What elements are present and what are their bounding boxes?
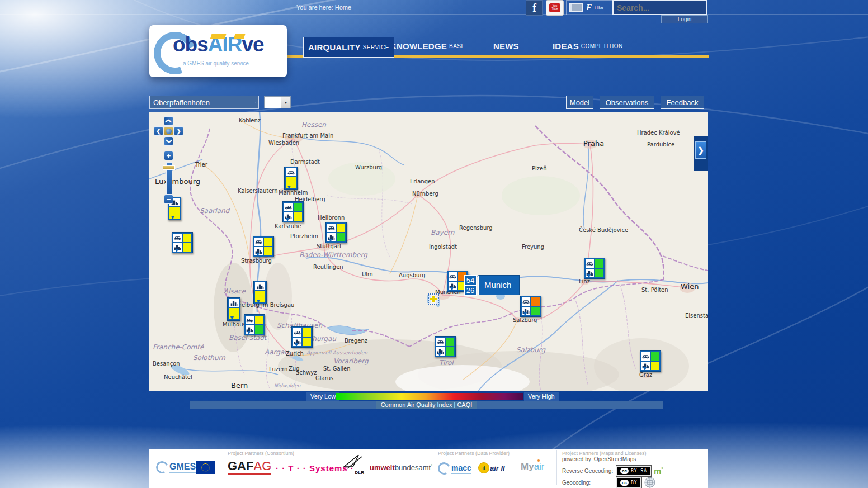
cc-by-sa-badge[interactable]: cc BY-SA <box>616 466 651 476</box>
map-place-label: Alsace <box>224 287 246 295</box>
caqi-background-value: 26 <box>465 286 476 295</box>
car-icon <box>641 352 650 361</box>
map-place-label: Darmstadt <box>290 159 320 165</box>
car-icon <box>293 328 301 337</box>
pan-home-globe-button[interactable] <box>164 126 173 136</box>
map-place-label: Eisenstadt <box>685 312 708 319</box>
map-marker-mannheim[interactable] <box>284 167 298 190</box>
maps-licenses-title: Project Partners (Maps and Licenses) <box>562 451 647 456</box>
map-place-label: Ulm <box>362 271 373 277</box>
map-place-label: Hradec Králové <box>637 130 680 136</box>
openstreetmaps-link[interactable]: OpenStreetMaps <box>594 456 636 462</box>
breadcrumb[interactable]: You are here: Home <box>296 4 351 11</box>
facebook-button[interactable]: f <box>526 0 543 16</box>
tab-airquality-service[interactable]: AIRQUALITYSERVICE <box>303 37 394 58</box>
open-panel-button[interactable] <box>695 141 706 159</box>
map-place-label: Regensburg <box>459 225 493 231</box>
map-marker-graz[interactable] <box>640 350 661 372</box>
youtube-button[interactable]: You Tube <box>546 0 564 16</box>
map-marker-strasbourg[interactable] <box>253 236 274 257</box>
map-marker-basel[interactable] <box>244 314 265 335</box>
legend-very-high-label: Very High <box>524 392 559 401</box>
observations-button[interactable]: Observations <box>600 96 654 109</box>
cc-by-badge[interactable]: cc BY <box>616 477 641 488</box>
screen-icon <box>569 3 583 12</box>
location-search-input[interactable] <box>150 98 255 107</box>
site-search[interactable] <box>612 0 707 15</box>
map-marker-salzburg[interactable] <box>520 296 541 317</box>
pan-down-button[interactable] <box>164 136 173 146</box>
tab-news[interactable]: NEWS <box>489 37 526 55</box>
map-marker-zurich[interactable] <box>291 326 313 348</box>
location-search[interactable] <box>149 96 259 109</box>
caqi-caption-bar: Common Air Quality Index | CAQI <box>190 401 663 409</box>
map-place-label: Mannheim <box>279 189 308 196</box>
map-marker-stuttgart[interactable] <box>326 222 347 243</box>
map-canvas[interactable]: KoblenzHessenFrankfurt am MainWiesbadenD… <box>149 112 708 391</box>
caqi-gradient-bar <box>336 393 523 400</box>
map-place-label: Bayern <box>431 229 454 236</box>
model-button[interactable]: Model <box>566 96 593 109</box>
marker-pointer <box>450 287 454 295</box>
location-dropdown[interactable]: - ▼ <box>264 96 291 108</box>
gmes-logo[interactable]: GMES <box>156 461 196 473</box>
marker-pointer <box>247 331 251 339</box>
consortium-title: Project Partners (Consortium) <box>228 451 294 456</box>
map-marker-linz[interactable] <box>584 258 605 279</box>
macc-logo[interactable]: macc <box>438 462 471 475</box>
caqi-color-cell <box>651 362 659 370</box>
caqi-color-cell <box>294 212 302 221</box>
caqi-color-cell <box>337 224 345 232</box>
map-place-label: Ingolstadt <box>429 244 457 250</box>
map-place-label: Wien <box>681 282 699 291</box>
map-place-label: České Budějovice <box>579 227 628 233</box>
map-marker-freiburg[interactable] <box>253 281 267 304</box>
youtube-icon: You Tube <box>549 3 560 12</box>
map-place-label: Frankfurt am Main <box>282 132 333 139</box>
map-marker-nancy[interactable] <box>172 232 193 253</box>
map-place-label: Zurich <box>286 350 304 357</box>
zoom-in-button[interactable] <box>164 151 173 160</box>
map-place-label: Nürnberg <box>412 191 438 197</box>
caqi-color-cell <box>446 347 454 356</box>
map-place-label: Erlangen <box>410 178 435 184</box>
login-button[interactable]: Login <box>661 15 708 23</box>
map-place-label: Aargau <box>265 348 289 356</box>
munich-tooltip[interactable]: 54 26 Munich <box>464 275 520 296</box>
obsairve-logo[interactable]: obsAIRve a GMES air quality service <box>149 25 287 77</box>
dlr-logo[interactable]: DLR <box>342 453 364 475</box>
marker-pointer <box>257 300 260 307</box>
map-place-label: St. Pölten <box>641 287 668 293</box>
tab-knowledge-base[interactable]: KNOWLEDGEBASE <box>386 37 470 55</box>
eu-flag-logo[interactable] <box>196 461 215 474</box>
geocoding-label: Geocoding: <box>562 480 614 486</box>
feedback-button[interactable]: Feedback <box>661 96 704 109</box>
map-place-label: Vorarlberg <box>333 357 369 365</box>
map-marker-karlsruhe[interactable] <box>282 201 304 222</box>
pan-up-button[interactable] <box>164 116 173 126</box>
zoom-out-button[interactable] <box>164 195 173 204</box>
tab-ideas-competition[interactable]: IDEASCOMPETITION <box>548 37 628 55</box>
marker-pointer <box>230 316 234 324</box>
zoom-slider-handle[interactable] <box>163 165 175 170</box>
caqi-color-cell <box>303 338 311 346</box>
pan-right-button[interactable] <box>174 126 183 136</box>
citeair-logo[interactable]: it air II <box>478 462 505 473</box>
search-icon[interactable] <box>255 98 256 107</box>
chevron-down-icon[interactable]: ▼ <box>281 97 290 108</box>
car-icon <box>173 234 182 242</box>
map-place-label: Augsburg <box>399 272 426 278</box>
map-marker-innsbruck[interactable] <box>435 336 456 357</box>
marker-pointer <box>438 353 441 361</box>
pan-left-button[interactable] <box>154 126 163 136</box>
map-marker-mulhouse[interactable] <box>227 297 240 321</box>
gaf-ag-logo[interactable]: GAFAG <box>228 459 271 475</box>
mapquest-icon: m <box>654 466 663 476</box>
like-widget[interactable]: F i like <box>566 0 615 15</box>
site-search-input[interactable] <box>614 3 730 12</box>
map-place-label: Baden-Württemberg <box>299 251 367 259</box>
umweltbundesamt-logo[interactable]: umweltbundesamt° <box>370 463 432 472</box>
caqi-color-cell <box>255 316 263 324</box>
myair-logo[interactable]: Myair <box>521 461 545 472</box>
map-place-label: Franche-Comté <box>153 343 204 351</box>
